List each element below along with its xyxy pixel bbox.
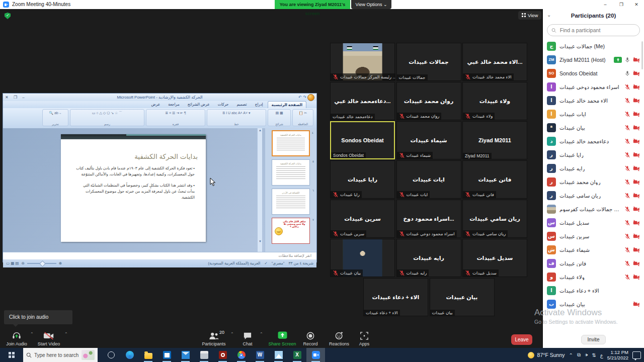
participant-status-icons[interactable] (624, 220, 640, 226)
slide-thumbnail[interactable]: ٥بدايات الحركة الكشفية (272, 159, 310, 186)
participant-status-icons[interactable] (624, 179, 640, 185)
file-explorer-taskbar-icon[interactable] (139, 348, 157, 362)
video-tile[interactable]: بيان عبيدات (330, 239, 395, 277)
zoom-out-icon[interactable]: ⊖ (21, 259, 24, 267)
participants-button[interactable]: 20 ⌃ Participants (199, 330, 228, 346)
start-button[interactable] (0, 348, 23, 362)
ppt-tab[interactable]: تصميم (233, 101, 250, 108)
ppt-tab[interactable]: عرض الشرائح (184, 101, 213, 108)
zoom-in-icon[interactable]: ⊕ (59, 259, 62, 267)
ppt-view-controls[interactable]: ▭ ▦ ▤ ⊖ ⊕ (6, 259, 62, 267)
participant-status-icons[interactable] (614, 57, 640, 63)
ppt-zoom-slider[interactable] (27, 263, 56, 264)
tray-network-icon[interactable]: ⇅ (592, 352, 596, 358)
weather-widget[interactable]: 87°F Sunny (528, 352, 565, 358)
participant-row[interactable]: سسرين عبيدات (543, 229, 644, 243)
video-tile[interactable]: فاتن عبيدات فاتن عبيدات (462, 160, 527, 199)
maximize-button[interactable]: ❐ (614, 0, 629, 9)
ribbon-group-controls[interactable]: ≣ ≡ ☰ ⇥ ⇤ ¶ (146, 111, 205, 123)
video-tile[interactable]: ريان سامي عبيدات ريان سامي عبيدات (462, 200, 527, 238)
participant-row[interactable]: ججمالات عبيدات (Me) (543, 39, 644, 53)
acrobat-taskbar-icon[interactable] (213, 348, 232, 362)
video-tile[interactable]: رايا عبيدات رايا عبيدات (330, 160, 395, 199)
tray-audio-icon[interactable]: 🕩 (585, 352, 588, 358)
minimize-button[interactable]: – (598, 0, 613, 9)
participants-options-caret[interactable]: ⌃ (230, 332, 234, 336)
video-tile[interactable]: جمالات عبيداتجمالات عبيدات (396, 43, 461, 81)
excel-taskbar-icon[interactable]: X (288, 348, 306, 362)
participant-row[interactable]: رريان سامي عبيدات (543, 189, 644, 202)
ribbon-group[interactable]: ▤ ▦ شرائح (268, 109, 291, 126)
zoom-taskbar-icon[interactable] (306, 348, 325, 362)
participant-row[interactable]: ZMZiyad M2011 (Host) (543, 53, 644, 66)
participant-row[interactable]: ففاتن عبيدات (543, 256, 644, 270)
mail-taskbar-icon[interactable] (176, 348, 195, 362)
ppt-tab[interactable]: عرض (148, 101, 164, 108)
ribbon-group-controls[interactable]: ▭ ○ △ ◇ ⬠ ↘ ☆ ⌒ (70, 111, 144, 123)
ribbon-group[interactable]: ▭ ○ △ ◇ ⬠ ↘ ☆ ⌒ رسم (70, 109, 144, 126)
participant-status-icons[interactable] (624, 152, 640, 158)
participant-row[interactable]: االاء محمد خالد عبيدات (543, 94, 644, 107)
ppt-view-buttons-icon[interactable]: ▭ ▦ ▤ (6, 259, 19, 267)
video-tile[interactable]: ...الاء محمد خالد عبي الاء محمد خالد عبي… (462, 43, 527, 81)
spellcheck-icon[interactable]: ✓ (264, 259, 267, 267)
collapse-panel-chevron-icon[interactable]: ⌄ (547, 12, 551, 18)
ppt-tab[interactable]: حركات (214, 101, 232, 108)
list-scrollbar[interactable] (641, 41, 643, 69)
ppt-quick-access-toolbar[interactable]: ↶ ↷ (298, 94, 306, 101)
ppt-titlebar[interactable]: ✕ ❐ ‒ الحركة الكشفية والإرشادية - Micros… (3, 94, 316, 101)
video-tile[interactable]: سرين عبيدات سرين عبيدات (330, 200, 395, 238)
ppt-tab[interactable]: إدراج (252, 101, 267, 108)
language-indicator[interactable]: ع (600, 352, 603, 358)
participant-status-icons[interactable] (624, 111, 640, 117)
participant-row[interactable]: بيان عبيدات (543, 121, 644, 134)
participant-row[interactable]: ااسراء محمود دوخي عبيدات (543, 80, 644, 94)
ppt-tab[interactable]: مراجعة (165, 101, 183, 108)
ribbon-group[interactable]: B I U abc A˄ A˅ ▾ خط (207, 109, 266, 126)
participant-status-icons[interactable] (624, 138, 640, 144)
edge-taskbar-icon[interactable] (120, 348, 139, 362)
tray-display-icon[interactable]: ⧉ (577, 352, 581, 358)
slide-thumbnail[interactable]: ٤بدايات الحركة الكشفية (272, 130, 310, 156)
chrome-taskbar-icon[interactable] (232, 348, 251, 362)
apps-button[interactable]: Apps (355, 330, 373, 346)
ribbon-group-controls[interactable]: 📋 ✂ (293, 111, 313, 123)
chat-button[interactable]: ⌃ Chat (238, 330, 257, 346)
video-tile[interactable]: ...دعاءمحمد خالد عبيدعاءمحمد خالد عبيدات (330, 82, 395, 120)
participant-search-box[interactable] (547, 24, 640, 36)
ppt-scrollbar[interactable]: ▲▼ (257, 128, 262, 252)
ribbon-group[interactable]: 🔍 ab→ تحرير (42, 109, 68, 126)
participant-row[interactable]: سسديل عبيدات (543, 216, 644, 229)
close-button[interactable]: ✕ (629, 0, 644, 9)
join-audio-button[interactable]: ⌃ Join Audio (5, 330, 28, 346)
participant-row[interactable]: رروان محمد عبيدات (543, 175, 644, 189)
ribbon-group-controls[interactable]: ▤ ▦ (268, 111, 290, 123)
participant-status-icons[interactable] (624, 193, 640, 199)
action-center-icon[interactable] (632, 351, 641, 359)
participant-status-icons[interactable] (633, 301, 640, 307)
sticky-notes-taskbar-icon[interactable] (195, 348, 213, 362)
slide-thumbnail[interactable]: ٧ساهر الليل قام يبكي ولا حنين ويمشي بلا … (272, 218, 310, 244)
participant-row[interactable]: ررايا عبيدات (543, 148, 644, 161)
ribbon-group[interactable]: 📋 ✂ الحافظة (292, 109, 313, 126)
taskbar-search-box[interactable]: Type here to search (23, 348, 98, 362)
video-tile[interactable]: روان محمد عبيدات روان محمد عبيدات (396, 82, 461, 120)
slide-thumbnail[interactable]: ٦الكشافة في الأردن (272, 189, 310, 215)
video-tile[interactable]: ولاء عبيدات ولاء عبيدات (462, 82, 527, 120)
participant-row[interactable]: ششيماء عبيدات (543, 243, 644, 256)
participant-row[interactable]: ببيان عبيدات (543, 297, 644, 311)
search-input[interactable] (559, 27, 635, 34)
slide-canvas[interactable]: بدايات الحركة الكشفية تعود فكرة الحركة ا… (61, 134, 206, 242)
participant-status-icons[interactable] (624, 274, 640, 280)
ppt-tab[interactable]: الصفحة الرئيسية (268, 101, 306, 108)
taskbar-clock[interactable]: 1:12 PM 5/21/2022 (607, 349, 628, 360)
chat-options-caret[interactable]: ⌃ (260, 332, 263, 336)
word-taskbar-icon[interactable]: W (251, 348, 269, 362)
audio-options-caret[interactable]: ⌃ (30, 332, 34, 336)
video-tile[interactable]: بيان عبيداتبيان عبيدات (430, 278, 495, 316)
video-tile[interactable]: سديل عبيدات سديل عبيدات (462, 239, 527, 277)
cortana-taskbar-icon[interactable] (102, 348, 120, 362)
ribbon-group-controls[interactable]: B I U abc A˄ A˅ ▾ (207, 111, 266, 123)
video-tile[interactable]: ...اسراء محمود دوخ اسراء محمود دوخي عبيد… (396, 200, 461, 238)
search-highlight-image[interactable] (82, 350, 95, 360)
